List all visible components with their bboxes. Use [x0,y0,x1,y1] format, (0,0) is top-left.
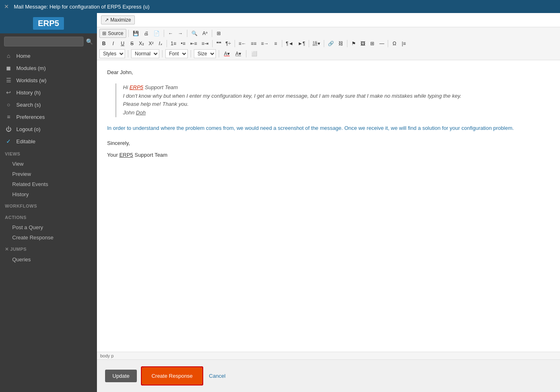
separator12 [388,40,388,47]
sidebar-item-preview[interactable]: Preview [0,169,97,179]
table-icon-button[interactable]: ⊞ [214,29,223,38]
bottom-actions: Update Create Response Cancel [97,359,560,392]
separator1 [128,30,129,37]
table-button[interactable]: ⊞ [368,39,377,48]
editor-wrapper[interactable]: Dear John, Hi ERP5 Support Team I don't … [97,60,560,352]
erp5-link-quoted: ERP5 [130,84,143,90]
copy-format-button[interactable]: ⬜ [249,49,259,58]
email-greeting: Dear John, [107,68,550,77]
sidebar-item-worklists[interactable]: ☰ Worklists (w) [0,74,97,86]
align-justify-button[interactable]: ≡ [271,39,280,48]
sidebar-item-home[interactable]: ⌂ Home [0,50,97,62]
modules-icon: ◼ [5,65,12,71]
actions-section-header: ACTIONS [0,212,97,222]
search-input[interactable] [4,37,83,46]
increase-indent-button[interactable]: ≡⇥ [200,39,211,48]
copy-button[interactable]: 📄 [152,29,162,38]
decrease-indent-button[interactable]: ⇤≡ [188,39,199,48]
sidebar-item-preferences[interactable]: ≡ Preferences [0,111,97,123]
sidebar-item-history-view[interactable]: History [0,189,97,199]
close-icon[interactable]: ✕ [4,3,9,10]
nav-label-home: Home [16,53,31,59]
flag-button[interactable]: ⚑ [349,39,358,48]
sidebar-search-bar: 🔍 [0,33,97,50]
ltr-button[interactable]: ►¶ [296,39,307,48]
sidebar-item-modules[interactable]: ◼ Modules (m) [0,62,97,74]
sidebar-item-logout[interactable]: ⏻ Logout (o) [0,123,97,135]
editor-status-bar: body p [97,352,560,359]
sidebar-item-create-response-nav[interactable]: Create Response [0,232,97,243]
toolbar-row1: ⊞ Source 💾 🖨 📄 ← → 🔍 Aᵃ ⊞ [99,29,558,38]
separator13 [128,50,128,57]
maximize-bar: ↗ Maximize [97,13,560,27]
nav-label-worklists: Worklists (w) [16,77,46,83]
align-right-button[interactable]: ≡→ [259,39,271,48]
bg-color-button[interactable]: A▾ [233,49,243,58]
print-button[interactable]: 🖨 [142,29,151,38]
search-button[interactable]: 🔍 [86,38,93,45]
special-char-button[interactable]: Ω [390,39,399,48]
separator11 [347,40,347,47]
source-icon: ⊞ [102,31,106,36]
nav-label-editable: Editable [16,138,35,145]
sidebar-item-editable[interactable]: ✓ Editable [0,135,97,147]
search-nav-icon: ○ [5,101,12,108]
separator6 [212,40,213,47]
superscript-button[interactable]: X² [147,39,156,48]
align-left-button[interactable]: ≡← [237,39,248,48]
image-button[interactable]: 🖼 [358,39,367,48]
font-select[interactable]: Font [165,49,188,58]
sidebar-item-search[interactable]: ○ Search (s) [0,99,97,111]
align-center-button[interactable]: ≡≡ [249,39,259,48]
update-button[interactable]: Update [105,370,137,382]
size-select[interactable]: Size [194,49,216,58]
div-button[interactable]: ¶÷ [224,39,233,48]
unlink-button[interactable]: ⛓ [336,39,345,48]
subscript-button[interactable]: X₂ [137,39,146,48]
find-button[interactable]: 🔍 [189,29,200,38]
save-button[interactable]: 💾 [131,29,141,38]
link-button[interactable]: 🔗 [326,39,336,48]
jumps-section-header: ✕ JUMPS [0,244,97,254]
history-icon: ↩ [5,89,12,96]
editable-icon: ✓ [5,138,12,145]
toolbar-row3: Styles Normal Font Size A▾ A▾ ⬜ [99,49,558,58]
bold-button[interactable]: B [99,39,108,48]
italic2-button[interactable]: Iₓ [156,39,165,48]
sidebar-item-post-query[interactable]: Post a Query [0,222,97,232]
erp5-logo: ERP5 [33,17,64,30]
response-text: In order to understand where the problem… [107,124,550,133]
logout-icon: ⏻ [5,126,12,132]
spellcheck-button[interactable]: Aᵃ [200,29,210,38]
maximize-button[interactable]: ↗ Maximize [101,15,135,24]
underline-button[interactable]: U [118,39,127,48]
italic-button[interactable]: I [109,39,118,48]
strikethrough-button[interactable]: S [127,39,136,48]
format-select[interactable]: Normal [131,49,159,58]
sidebar: ERP5 🔍 ⌂ Home ◼ Modules (m) ☰ Worklists … [0,13,97,392]
hr-button[interactable]: — [377,39,386,48]
source-button[interactable]: ⊞ Source [99,29,126,38]
rtl-button[interactable]: ¶◄ [284,39,295,48]
separator17 [246,50,246,57]
font-color-button[interactable]: A▾ [222,49,232,58]
sidebar-item-queries[interactable]: Queries [0,254,97,265]
nav-label-history: History (h) [16,90,41,96]
cancel-button[interactable]: Cancel [207,370,227,382]
blockquote-button[interactable]: ❝❝ [214,39,223,48]
editor-content[interactable]: Dear John, Hi ERP5 Support Team I don't … [97,60,560,304]
sidebar-item-related-events[interactable]: Related Events [0,179,97,189]
undo-button[interactable]: ← [166,29,175,38]
ordered-list-button[interactable]: 1≡ [169,39,178,48]
redo-button[interactable]: → [176,29,185,38]
sidebar-item-view[interactable]: View [0,159,97,169]
language-button[interactable]: 語▾ [311,39,322,48]
quoted-line1: Hi ERP5 Support Team [123,83,550,92]
create-response-button[interactable]: Create Response [143,368,201,383]
styles-select[interactable]: Styles [99,49,125,58]
show-blocks-button[interactable]: |≡ [399,39,408,48]
separator9 [309,40,309,47]
sidebar-item-history[interactable]: ↩ History (h) [0,86,97,99]
unordered-list-button[interactable]: •≡ [179,39,188,48]
toolbar-row2: B I U S X₂ X² Iₓ 1≡ •≡ ⇤≡ ≡⇥ ❝❝ ¶÷ ≡← ≡≡… [99,39,558,48]
